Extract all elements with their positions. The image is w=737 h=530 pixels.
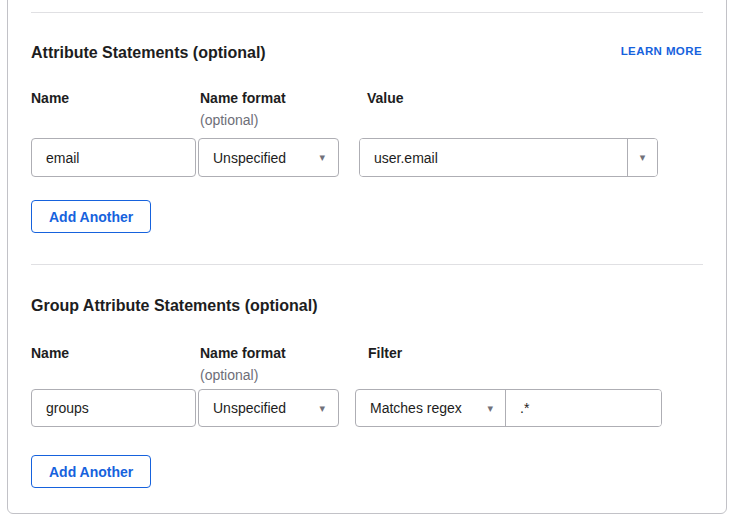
attr-value-input[interactable] [360,139,627,176]
attr-col-header-name: Name [31,91,69,106]
group-col-header-filter: Filter [368,346,402,361]
group-col-header-name: Name [31,346,69,361]
chevron-down-icon: ▾ [319,403,325,414]
attr-name-format-select[interactable]: Unspecified ▾ [198,138,339,177]
attr-col-header-value: Value [367,91,404,106]
form-card [7,0,727,514]
group-filter-group: Matches regex ▾ [355,389,662,427]
group-filter-type-select[interactable]: Matches regex ▾ [356,390,506,426]
section-divider-middle [31,264,703,265]
saml-settings-form: Attribute Statements (optional) LEARN MO… [0,0,737,530]
attr-add-another-button[interactable]: Add Another [31,200,151,233]
learn-more-link[interactable]: LEARN MORE [621,45,702,57]
group-col-header-name-format: Name format [200,346,286,361]
group-filter-type-selected-value: Matches regex [370,400,462,416]
attribute-statements-heading: Attribute Statements (optional) [31,44,266,62]
group-name-input[interactable] [31,389,196,427]
chevron-down-icon: ▾ [640,152,646,163]
attr-name-format-selected-value: Unspecified [213,150,286,166]
group-attribute-statements-heading: Group Attribute Statements (optional) [31,297,318,315]
chevron-down-icon: ▾ [319,152,325,163]
group-name-format-selected-value: Unspecified [213,400,286,416]
section-divider-top [31,12,703,13]
attr-value-combobox: ▾ [359,138,658,177]
attr-col-header-name-format: Name format [200,91,286,106]
attr-name-input[interactable] [31,138,196,177]
group-col-header-name-format-note: (optional) [200,368,258,383]
attr-col-header-name-format-note: (optional) [200,113,258,128]
chevron-down-icon: ▾ [487,403,493,414]
group-filter-value-input[interactable] [506,390,661,426]
group-add-another-button[interactable]: Add Another [31,455,151,488]
group-name-format-select[interactable]: Unspecified ▾ [198,389,339,427]
attr-value-dropdown-button[interactable]: ▾ [627,139,657,176]
